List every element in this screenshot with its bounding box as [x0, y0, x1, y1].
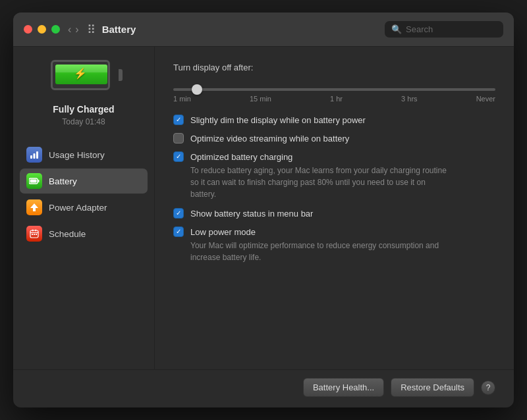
- maximize-button[interactable]: [51, 25, 60, 34]
- slider-ticks: 1 min 15 min 1 hr 3 hrs Never: [173, 95, 495, 103]
- sidebar-label-usage-history: Usage History: [49, 150, 105, 160]
- search-input[interactable]: [406, 24, 491, 34]
- description-optimized-charging: To reduce battery aging, your Mac learns…: [173, 165, 450, 200]
- traffic-lights: [24, 25, 60, 34]
- charging-bolt: ⚡: [74, 67, 87, 80]
- option-row-low-power: ✓ Low power mode: [173, 226, 495, 237]
- tick-label-1min: 1 min: [173, 95, 191, 103]
- checkbox-dim-display[interactable]: ✓: [173, 115, 184, 125]
- label-low-power: Low power mode: [190, 227, 256, 237]
- checkbox-optimize-video[interactable]: [173, 133, 184, 144]
- sidebar-item-usage-history[interactable]: Usage History: [20, 142, 148, 167]
- label-show-status: Show battery status in menu bar: [190, 209, 313, 219]
- svg-rect-1: [34, 153, 36, 159]
- svg-rect-0: [30, 155, 32, 159]
- svg-rect-13: [36, 234, 37, 235]
- search-icon: 🔍: [391, 24, 402, 34]
- nav-arrows: ‹ ›: [68, 24, 79, 36]
- checkmark-low-power: ✓: [176, 228, 181, 235]
- tick-1min: 1 min: [173, 95, 191, 103]
- tick-15min: 15 min: [250, 95, 271, 103]
- option-show-status: ✓ Show battery status in menu bar: [173, 208, 495, 219]
- svg-rect-2: [36, 151, 38, 159]
- option-optimize-video: Optimize video streaming while on batter…: [173, 133, 495, 144]
- content-area: ⚡ Fully Charged Today 01:48 Usage Hi: [13, 47, 514, 369]
- battery-status-label: Fully Charged: [53, 104, 114, 115]
- tick-label-15min: 15 min: [250, 95, 271, 103]
- sidebar: ⚡ Fully Charged Today 01:48 Usage Hi: [13, 47, 155, 369]
- usage-history-icon: [26, 147, 42, 163]
- options-list: ✓ Slightly dim the display while on batt…: [173, 115, 495, 354]
- battery-time-label: Today 01:48: [62, 117, 105, 126]
- checkbox-optimized-charging[interactable]: ✓: [173, 151, 184, 162]
- label-dim-display: Slightly dim the display while on batter…: [190, 115, 366, 125]
- battery-icon: ⚡: [51, 60, 117, 96]
- battery-shell: ⚡: [51, 60, 110, 90]
- tick-label-1hr: 1 hr: [330, 95, 343, 103]
- tick-label-3hrs: 3 hrs: [401, 95, 417, 103]
- svg-rect-11: [32, 234, 33, 235]
- option-dim-display: ✓ Slightly dim the display while on batt…: [173, 115, 495, 125]
- tick-1hr: 1 hr: [330, 95, 343, 103]
- sidebar-label-power-adapter: Power Adapter: [49, 203, 107, 213]
- slider-section: Turn display off after: 1 min 15 min 1 h…: [173, 63, 495, 103]
- checkbox-low-power[interactable]: ✓: [173, 226, 184, 237]
- battery-nav-icon: [26, 173, 42, 189]
- tick-label-never: Never: [476, 95, 495, 103]
- option-row-charging: ✓ Optimized battery charging: [173, 151, 495, 162]
- close-button[interactable]: [24, 25, 32, 34]
- svg-rect-8: [32, 230, 34, 232]
- titlebar: ‹ › ⠿ Battery 🔍: [13, 13, 514, 47]
- checkmark-charging: ✓: [176, 153, 181, 160]
- help-button[interactable]: ?: [481, 381, 495, 395]
- power-adapter-icon: [26, 199, 42, 215]
- svg-marker-6: [30, 203, 38, 211]
- sidebar-item-power-adapter[interactable]: Power Adapter: [20, 195, 148, 220]
- label-optimize-video: Optimize video streaming while on batter…: [190, 134, 349, 144]
- grid-icon[interactable]: ⠿: [87, 22, 96, 37]
- svg-rect-9: [36, 230, 37, 232]
- option-row-status: ✓ Show battery status in menu bar: [173, 208, 495, 219]
- checkmark-dim: ✓: [176, 117, 181, 123]
- display-off-slider[interactable]: [173, 88, 495, 91]
- sidebar-item-schedule[interactable]: Schedule: [20, 221, 148, 246]
- option-low-power: ✓ Low power mode Your Mac will optimize …: [173, 226, 495, 263]
- sidebar-label-schedule: Schedule: [49, 229, 86, 239]
- tick-never: Never: [476, 95, 495, 103]
- back-arrow[interactable]: ‹: [68, 24, 71, 36]
- restore-defaults-button[interactable]: Restore Defaults: [391, 378, 474, 397]
- label-optimized-charging: Optimized battery charging: [190, 152, 292, 162]
- description-low-power: Your Mac will optimize performance to re…: [173, 240, 450, 263]
- option-optimized-charging: ✓ Optimized battery charging To reduce b…: [173, 151, 495, 200]
- window-title: Battery: [102, 24, 385, 35]
- forward-arrow[interactable]: ›: [75, 24, 78, 36]
- slider-label: Turn display off after:: [173, 63, 495, 72]
- svg-rect-4: [38, 180, 40, 182]
- main-panel: Turn display off after: 1 min 15 min 1 h…: [155, 47, 514, 369]
- sidebar-nav: Usage History Battery: [13, 142, 154, 246]
- minimize-button[interactable]: [38, 25, 46, 34]
- tick-3hrs: 3 hrs: [401, 95, 417, 103]
- battery-tip: [119, 69, 123, 81]
- search-box[interactable]: 🔍: [385, 21, 503, 38]
- bottom-bar: Battery Health... Restore Defaults ?: [13, 369, 514, 407]
- schedule-icon: [26, 226, 42, 242]
- sidebar-label-battery: Battery: [49, 176, 77, 186]
- main-window: ‹ › ⠿ Battery 🔍 ⚡ Fully Charged Today 01…: [13, 13, 514, 407]
- option-row-dim: ✓ Slightly dim the display while on batt…: [173, 115, 495, 125]
- svg-rect-10: [30, 232, 38, 233]
- option-row-video: Optimize video streaming while on batter…: [173, 133, 495, 144]
- battery-health-button[interactable]: Battery Health...: [303, 378, 384, 397]
- sidebar-item-battery[interactable]: Battery: [20, 169, 148, 194]
- checkbox-show-status[interactable]: ✓: [173, 208, 184, 219]
- checkmark-status: ✓: [176, 210, 181, 217]
- svg-rect-12: [34, 234, 35, 235]
- svg-rect-5: [30, 180, 37, 183]
